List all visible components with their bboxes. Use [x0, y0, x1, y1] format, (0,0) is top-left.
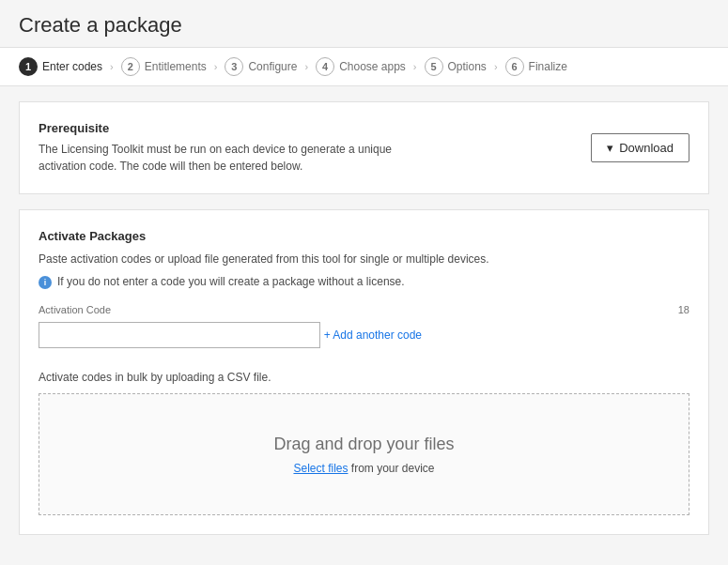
drop-zone[interactable]: Drag and drop your files Select files fr… [39, 393, 689, 515]
step-arrow-1: › [110, 61, 114, 72]
step-5-number: 5 [425, 57, 443, 76]
step-6[interactable]: 6 Finalize [505, 57, 567, 76]
info-icon: i [39, 276, 52, 289]
download-button[interactable]: ▾ Download [591, 133, 689, 162]
step-3-label: Configure [248, 60, 297, 73]
activate-packages-description: Paste activation codes or upload file ge… [39, 251, 689, 267]
drop-zone-subtitle: Select files from your device [293, 462, 434, 475]
chevron-down-icon: ▾ [607, 141, 613, 155]
select-files-link[interactable]: Select files [293, 462, 348, 475]
step-arrow-5: › [494, 61, 498, 72]
step-1[interactable]: 1 Enter codes [19, 57, 102, 76]
step-4-number: 4 [316, 57, 334, 76]
activate-packages-card: Activate Packages Paste activation codes… [19, 209, 709, 535]
main-content: Prerequisite The Licensing Toolkit must … [0, 101, 728, 554]
download-button-label: Download [619, 141, 674, 155]
activation-code-count: 18 [678, 304, 689, 315]
activation-code-field-row: Activation Code 18 [39, 304, 689, 315]
bulk-section: Activate codes in bulk by uploading a CS… [39, 371, 689, 515]
prerequisite-title: Prerequisite [39, 121, 433, 135]
step-1-label: Enter codes [42, 60, 102, 73]
step-5[interactable]: 5 Options [425, 57, 487, 76]
prerequisite-description: The Licensing Toolkit must be run on eac… [39, 141, 433, 175]
drop-zone-title: Drag and drop your files [273, 435, 454, 454]
bulk-section-label: Activate codes in bulk by uploading a CS… [39, 371, 689, 384]
step-6-label: Finalize [529, 60, 567, 73]
prerequisite-card: Prerequisite The Licensing Toolkit must … [19, 101, 709, 194]
step-arrow-2: › [214, 61, 218, 72]
step-3-number: 3 [225, 57, 243, 76]
stepper: 1 Enter codes › 2 Entitlements › 3 Confi… [0, 47, 728, 86]
step-2-number: 2 [121, 57, 140, 76]
info-text: If you do not enter a code you will crea… [57, 275, 405, 288]
info-row: i If you do not enter a code you will cr… [39, 275, 689, 289]
step-6-number: 6 [505, 57, 524, 76]
step-5-label: Options [448, 60, 487, 73]
step-arrow-4: › [413, 61, 417, 72]
add-another-code-link[interactable]: + Add another code [324, 328, 422, 342]
step-4[interactable]: 4 Choose apps [316, 57, 406, 76]
step-2-label: Entitlements [145, 60, 207, 73]
page-title: Create a package [19, 13, 709, 38]
activation-code-label: Activation Code [39, 304, 111, 315]
step-1-number: 1 [19, 57, 38, 76]
step-arrow-3: › [304, 61, 308, 72]
prerequisite-text: Prerequisite The Licensing Toolkit must … [39, 121, 433, 175]
activation-code-input[interactable] [39, 322, 320, 348]
page-header: Create a package [0, 0, 728, 47]
step-4-label: Choose apps [339, 60, 406, 73]
activate-packages-title: Activate Packages [39, 229, 689, 243]
step-2[interactable]: 2 Entitlements [121, 57, 207, 76]
step-3[interactable]: 3 Configure [225, 57, 297, 76]
drop-zone-sub-suffix: from your device [348, 462, 434, 475]
